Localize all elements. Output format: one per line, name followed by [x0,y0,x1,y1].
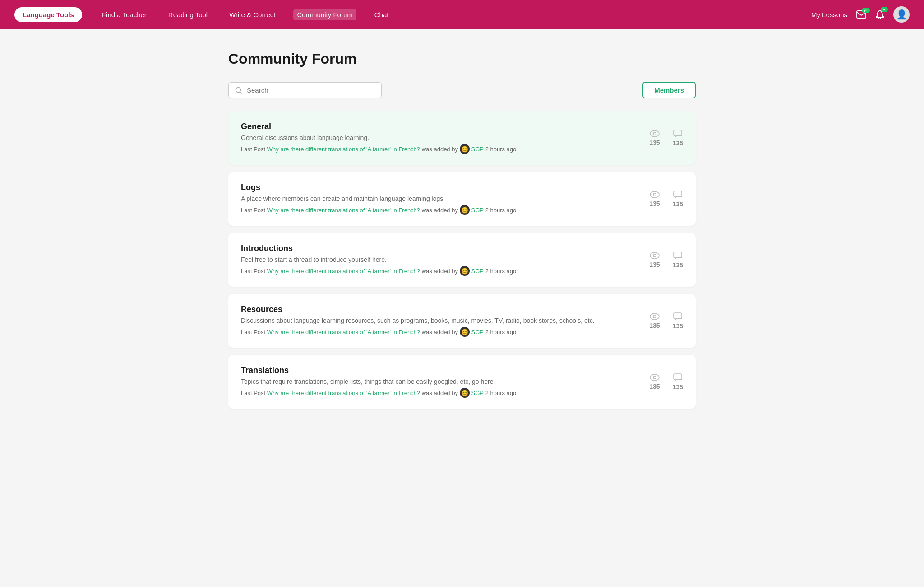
forum-stats: 135 135 [649,312,683,330]
svg-point-10 [650,252,659,259]
views-stat: 135 [649,130,660,146]
svg-point-5 [653,132,656,135]
forum-info: Logs A place where members can create an… [241,183,635,215]
forum-card-logs: Logs A place where members can create an… [228,172,696,226]
user-link[interactable]: SGP [471,329,484,335]
nav-find-teacher[interactable]: Find a Teacher [98,9,150,20]
views-count: 135 [649,261,660,268]
forum-name: Resources [241,305,635,314]
comments-stat: 135 [673,191,683,208]
last-post-link[interactable]: Why are there different translations of … [267,207,420,214]
views-stat: 135 [649,374,660,390]
last-post-link[interactable]: Why are there different translations of … [267,329,420,335]
svg-rect-12 [674,252,682,258]
user-link[interactable]: SGP [471,268,484,275]
forum-stats: 135 135 [649,191,683,208]
comments-stat: 135 [673,373,683,391]
svg-point-13 [650,313,659,320]
forum-name: Logs [241,183,635,192]
last-post-suffix: was added by [420,268,459,275]
comments-count: 135 [673,261,683,269]
last-post-link[interactable]: Why are there different translations of … [267,390,420,396]
svg-point-16 [650,374,659,381]
views-stat: 135 [649,191,660,207]
last-post-label: Last Post [241,329,267,335]
nav-links: Find a Teacher Reading Tool Write & Corr… [98,9,811,20]
forum-card-introductions: Introductions Feel free to start a threa… [228,233,696,287]
svg-rect-6 [674,130,682,136]
last-post-suffix: was added by [420,146,459,153]
last-post-time: 2 hours ago [484,207,516,214]
forum-stats: 135 135 [649,373,683,391]
forum-stats: 135 135 [649,130,683,147]
last-post-time: 2 hours ago [484,146,516,153]
user-avatar-small: 😊 [460,388,470,398]
comment-icon [673,191,682,199]
nav-reading-tool[interactable]: Reading Tool [165,9,211,20]
user-avatar-small: 😊 [460,205,470,215]
last-post-user: 😊 SGP [460,205,484,215]
last-post-time: 2 hours ago [484,390,516,396]
page-title: Community Forum [228,51,696,67]
last-post-link[interactable]: Why are there different translations of … [267,268,420,275]
last-post-link[interactable]: Why are there different translations of … [267,146,420,153]
svg-point-4 [650,130,659,137]
comments-stat: 135 [673,312,683,330]
last-post-label: Last Post [241,390,267,396]
logo[interactable]: Language Tools [14,7,82,22]
nav-chat[interactable]: Chat [371,9,393,20]
last-post-user: 😊 SGP [460,327,484,337]
svg-rect-18 [674,374,682,380]
forum-name: Introductions [241,244,635,253]
last-post-user: 😊 SGP [460,388,484,398]
forum-last-post: Last Post Why are there different transl… [241,388,635,398]
main-content: Community Forum Members General General … [214,29,710,430]
members-button[interactable]: Members [642,82,696,98]
user-avatar-small: 😊 [460,144,470,154]
comment-icon [673,252,682,260]
svg-point-7 [650,191,659,198]
nav-community-forum[interactable]: Community Forum [293,9,356,20]
user-link[interactable]: SGP [471,207,484,214]
forum-last-post: Last Post Why are there different transl… [241,266,635,276]
forum-description: General discussions about language learn… [241,134,635,141]
search-wrapper [228,82,382,98]
forum-info: Resources Discussions about language lea… [241,305,635,337]
forum-description: Topics that require translations, simple… [241,378,635,385]
views-count: 135 [649,322,660,329]
comment-icon [673,312,682,321]
user-link[interactable]: SGP [471,146,484,153]
last-post-label: Last Post [241,146,267,153]
notifications-button[interactable]: ● [875,9,884,19]
my-lessons-link[interactable]: My Lessons [811,11,847,19]
mail-button[interactable]: 9+ [856,10,866,19]
search-input[interactable] [247,86,375,94]
mail-badge: 9+ [862,8,870,13]
notifications-badge: ● [881,7,888,12]
svg-point-14 [653,315,656,318]
last-post-label: Last Post [241,207,267,214]
forum-info: Introductions Feel free to start a threa… [241,244,635,276]
search-icon [235,87,242,94]
comments-stat: 135 [673,252,683,269]
forum-info: Translations Topics that require transla… [241,366,635,398]
views-stat: 135 [649,252,660,268]
views-count: 135 [649,139,660,146]
last-post-user: 😊 SGP [460,266,484,276]
last-post-suffix: was added by [420,329,459,335]
svg-point-8 [653,193,656,196]
comments-count: 135 [673,322,683,330]
user-avatar[interactable]: 👤 [893,6,910,23]
forum-card-general: General General discussions about langua… [228,111,696,165]
comment-icon [673,373,682,382]
nav-write-correct[interactable]: Write & Correct [226,9,279,20]
comments-stat: 135 [673,130,683,147]
views-count: 135 [649,383,660,390]
eye-icon [650,374,660,381]
comments-count: 135 [673,383,683,391]
last-post-suffix: was added by [420,207,459,214]
user-avatar-small: 😊 [460,327,470,337]
eye-icon [650,191,660,198]
forum-list: General General discussions about langua… [228,111,696,409]
user-link[interactable]: SGP [471,390,484,396]
